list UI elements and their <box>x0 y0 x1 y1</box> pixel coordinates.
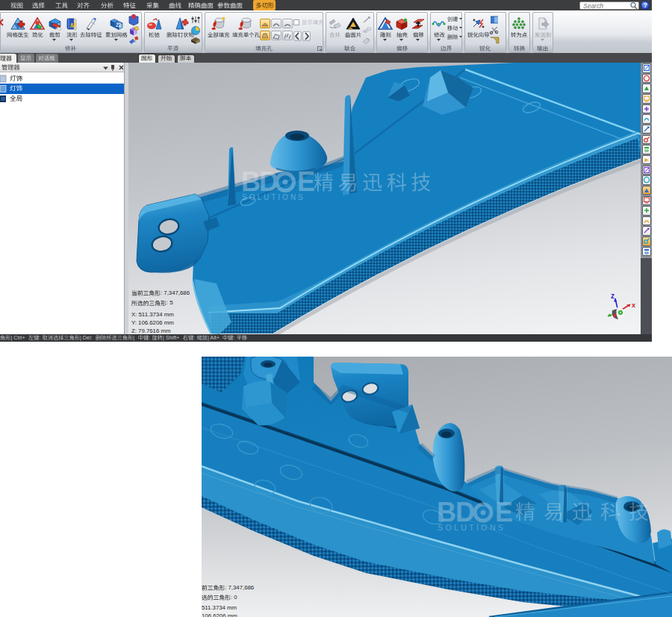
svg-text::: : <box>149 333 150 340</box>
svg-text:| Alt+: | Alt+ <box>208 333 220 340</box>
svg-text:511.3734 mm: 511.3734 mm <box>202 604 237 611</box>
svg-text::: : <box>39 333 40 340</box>
svg-text:| Ctrl+: | Ctrl+ <box>10 333 25 340</box>
svg-text:E: E <box>297 166 315 197</box>
svg-text:Y: 106.6206 mm: Y: 106.6206 mm <box>131 319 174 326</box>
svg-text:x: x <box>632 301 635 309</box>
svg-text:z: z <box>611 292 615 300</box>
svg-text:: 7,347,686: : 7,347,686 <box>161 289 190 296</box>
svg-text:| Shift+: | Shift+ <box>163 333 179 340</box>
svg-text:M: M <box>70 22 76 29</box>
svg-text:B: B <box>241 166 261 197</box>
svg-text:SOLUTIONS: SOLUTIONS <box>242 193 305 201</box>
svg-text:SOLUTIONS: SOLUTIONS <box>438 523 505 532</box>
svg-text:106.6206 mm: 106.6206 mm <box>202 613 237 617</box>
svg-text:: 0: : 0 <box>231 594 237 601</box>
svg-text:|: | <box>133 333 134 340</box>
svg-text:22: 22 <box>116 22 122 28</box>
svg-text::: : <box>193 333 195 340</box>
svg-text::: : <box>233 333 234 340</box>
svg-text:: 7,347,686: : 7,347,686 <box>225 584 254 591</box>
svg-text:X: 511.3734 mm: X: 511.3734 mm <box>131 311 174 318</box>
svg-text:| Del:: | Del: <box>80 333 93 340</box>
svg-text:: 5: : 5 <box>167 299 173 306</box>
